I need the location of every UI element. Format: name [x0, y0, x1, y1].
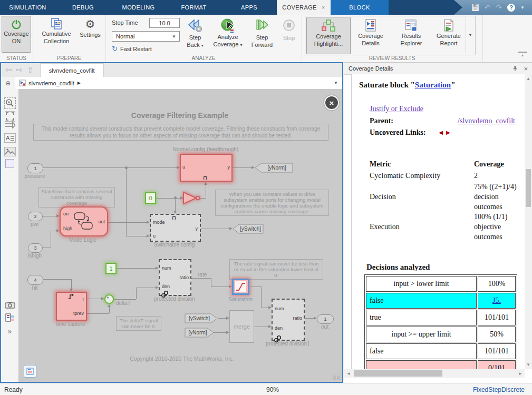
- highlight-close-button[interactable]: ×: [324, 95, 339, 110]
- scroll-up-icon[interactable]: ▲: [526, 76, 530, 81]
- saturation-link[interactable]: Saturation: [415, 81, 451, 89]
- coverage-report-badge[interactable]: [24, 365, 36, 378]
- wire[interactable]: [253, 327, 269, 327]
- stop-time-input[interactable]: 10.0: [149, 18, 180, 28]
- wire[interactable]: [117, 268, 157, 269]
- palette-signal-routing-tool[interactable]: [1, 122, 18, 131]
- nav-back-icon[interactable]: ⇦: [5, 65, 12, 75]
- block-protected-division1[interactable]: num den ratio: [272, 299, 305, 341]
- analyze-coverage-button[interactable]: Analyze Coverage ▾: [211, 16, 245, 56]
- wire[interactable]: [136, 288, 137, 299]
- fast-restart-toggle[interactable]: ↻ Fast Restart: [112, 45, 152, 53]
- breadcrumb-expand-icon[interactable]: ▶: [78, 81, 81, 85]
- wire[interactable]: [87, 313, 109, 314]
- palette-image-tool[interactable]: [1, 147, 18, 157]
- wire[interactable]: [87, 299, 102, 299]
- breadcrumb-dropdown-icon[interactable]: ▼: [334, 81, 338, 85]
- wire[interactable]: [126, 236, 147, 236]
- wire[interactable]: [250, 287, 261, 287]
- settings-button[interactable]: ⚙ Settings: [77, 16, 103, 52]
- scroll-right-icon[interactable]: ►: [518, 371, 523, 376]
- wire[interactable]: [201, 229, 230, 229]
- coverage-highlighting-button[interactable]: Coverage Highlighti...: [306, 17, 351, 54]
- ribbon-collapse-button[interactable]: ▲: [518, 52, 527, 57]
- tab-modeling[interactable]: MODELING: [111, 0, 166, 15]
- help-icon[interactable]: ?: [507, 4, 515, 12]
- wire[interactable]: [126, 167, 127, 236]
- goto-tag-yswitch[interactable]: [ySwitch]: [233, 224, 264, 234]
- tab-apps[interactable]: APPS: [221, 0, 277, 15]
- palette-fit-view-tool[interactable]: [1, 111, 18, 123]
- wire[interactable]: [114, 299, 136, 300]
- scroll-down-icon[interactable]: ▼: [526, 362, 530, 367]
- wire[interactable]: [214, 332, 227, 333]
- wire[interactable]: [42, 167, 178, 168]
- tab-debug[interactable]: DEBUG: [55, 0, 111, 15]
- breadcrumb[interactable]: slvnvdemo_covfilt: [28, 80, 74, 86]
- tab-coverage-close-icon[interactable]: ×: [322, 4, 325, 11]
- palette-viewmark-tool[interactable]: [1, 159, 18, 168]
- block-sum[interactable]: + −: [104, 294, 114, 304]
- solver-link[interactable]: FixedStepDiscrete: [473, 386, 525, 393]
- save-icon[interactable]: [471, 4, 479, 12]
- wire[interactable]: [211, 278, 211, 287]
- wire[interactable]: [156, 198, 181, 199]
- wire[interactable]: [51, 231, 51, 248]
- nav-forward-icon[interactable]: ⇨: [16, 65, 23, 75]
- wire[interactable]: [191, 278, 211, 279]
- coverage-on-button[interactable]: Coverage ON: [2, 16, 31, 53]
- stop-button[interactable]: Stop: [278, 16, 299, 56]
- inport-pwr[interactable]: 2: [28, 212, 43, 221]
- redo-icon[interactable]: ↷: [496, 4, 502, 11]
- coverage-details-button[interactable]: Coverage Details: [352, 17, 390, 53]
- panel-close-icon[interactable]: ×: [524, 65, 528, 73]
- inport-ishigh[interactable]: 3: [28, 243, 43, 253]
- block-time-capture[interactable]: t tprev: [56, 292, 87, 321]
- scrollbar-thumb[interactable]: [354, 370, 442, 377]
- generate-report-button[interactable]: Generate Report: [433, 17, 465, 53]
- justify-or-exclude-link[interactable]: Justify or Exclude: [370, 105, 423, 113]
- step-back-button[interactable]: Step Back ▾: [182, 16, 208, 56]
- wire[interactable]: [108, 222, 147, 223]
- palette-annotation-tool[interactable]: A: [1, 133, 18, 144]
- inport-hit[interactable]: 4: [27, 275, 43, 285]
- block-saturation[interactable]: [232, 279, 249, 295]
- tab-block[interactable]: BLOCK: [331, 0, 389, 15]
- wire[interactable]: [211, 287, 230, 287]
- undo-icon[interactable]: ↶: [485, 4, 491, 11]
- goto-tag-ynorm[interactable]: [yNorm]: [255, 163, 294, 173]
- block-mode-logic[interactable]: on high out: [60, 206, 108, 236]
- palette-coverage-display-tool[interactable]: [1, 313, 18, 323]
- inport-pressure[interactable]: 1: [27, 163, 43, 173]
- results-explorer-button[interactable]: Results Explorer: [392, 17, 431, 53]
- tab-simulation[interactable]: SIMULATION: [0, 0, 55, 15]
- palette-more-button[interactable]: »: [1, 327, 18, 335]
- block-constant-zero[interactable]: 0: [145, 192, 156, 204]
- document-tab[interactable]: slvnvdemo_covfilt: [40, 63, 104, 77]
- sim-mode-select[interactable]: Normal ▼: [112, 31, 180, 42]
- justify-link-j5[interactable]: J5.: [492, 297, 501, 304]
- from-tag-ynorm[interactable]: [yNorm]: [185, 328, 215, 338]
- block-constant-one[interactable]: 1: [105, 263, 117, 274]
- tab-coverage[interactable]: COVERAGE ×: [277, 0, 331, 15]
- wire[interactable]: [175, 198, 176, 211]
- outport-out[interactable]: 1: [317, 314, 334, 324]
- wire[interactable]: [233, 167, 253, 168]
- scroll-left-icon[interactable]: ◄: [346, 371, 351, 376]
- block-merge[interactable]: merge: [229, 310, 254, 343]
- uncovered-next-icon[interactable]: ►: [445, 129, 452, 137]
- block-normal-config[interactable]: u y ⊓: [180, 154, 233, 182]
- model-canvas[interactable]: × Coverage Filtering Example This model …: [18, 89, 342, 382]
- palette-screenshot-tool[interactable]: [1, 301, 18, 310]
- block-switchable-config[interactable]: ⊓ mode u y: [150, 214, 201, 242]
- wire[interactable]: [206, 185, 206, 199]
- wire[interactable]: [42, 279, 71, 280]
- panel-vertical-scrollbar[interactable]: ▲ ▼: [525, 74, 532, 369]
- wire[interactable]: [71, 279, 72, 290]
- wire[interactable]: [109, 306, 110, 313]
- wire[interactable]: [42, 248, 51, 248]
- explorer-bar-toggle[interactable]: ⊕: [1, 77, 15, 89]
- scrollbar-thumb[interactable]: [526, 169, 531, 207]
- help-dropdown-icon[interactable]: ▼: [520, 5, 525, 10]
- from-tag-yswitch[interactable]: [ySwitch]: [185, 313, 218, 323]
